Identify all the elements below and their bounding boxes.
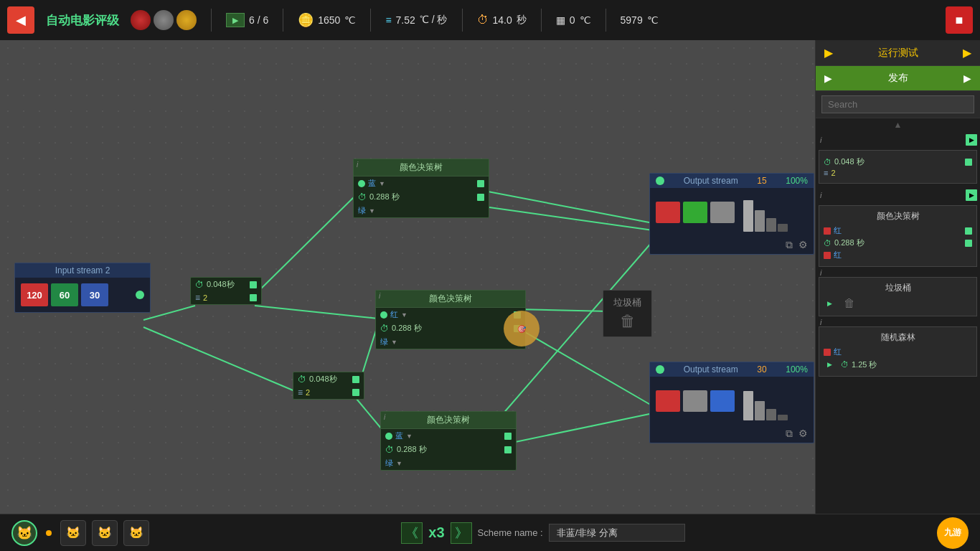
queue1-count-row: ≡ 2 (191, 291, 261, 304)
output-stream-2[interactable]: Output stream 30 100% ⧉ ⚙ (649, 362, 814, 443)
color-tree-1[interactable]: i 颜色决策树 蓝 ▼ ⏱ 0.288 秒 绿 ▼ (353, 159, 489, 218)
exit-button[interactable]: ■ (946, 6, 973, 34)
color-tree3-info: i (384, 413, 385, 421)
rp-queue-count: ≡ 2 (824, 169, 972, 177)
canvas-area[interactable]: Input stream 2 120 60 30 ⏱ 0.048秒 ≡ 2 (0, 40, 815, 514)
color-tree-2[interactable]: i 颜色决策树 红 ▼ ⏱ 0.288 秒 绿 ▼ 🎯 (375, 290, 526, 349)
rp-color-tree-port1[interactable] (965, 227, 972, 235)
topbar: ◀ 自动电影评级 ▶ 6 / 6 🪙 1650 ℃ ≡ 7.52 ℃ / 秒 ⏱… (0, 0, 980, 40)
run-play-icon-right: ▶ (963, 46, 971, 60)
tree1-in-port[interactable] (358, 180, 365, 187)
scheme-prev-button[interactable]: 《 (401, 522, 423, 544)
rp-queue-port[interactable] (965, 159, 972, 166)
search-container (816, 91, 980, 118)
timer-unit: 秒 (517, 14, 527, 27)
rp-trash-title: 垃圾桶 (824, 282, 972, 294)
trash-node[interactable]: 垃圾桶 🗑 (603, 290, 652, 337)
output1-in-port[interactable] (656, 176, 664, 185)
svg-line-0 (143, 306, 195, 320)
color-tree-3[interactable]: i 颜色决策树 蓝 ▼ ⏱ 0.288 秒 绿 ▼ (380, 411, 517, 471)
coin-unit: ℃ (344, 14, 356, 26)
tree3-out-port1[interactable] (504, 433, 512, 440)
scheme-next-button[interactable]: 》 (451, 522, 472, 544)
rp-play-1[interactable]: ▶ (966, 134, 977, 146)
scroll-up-button[interactable]: ▲ (816, 118, 980, 131)
output2-color-red (656, 390, 680, 412)
panel-scroll-area[interactable]: i ▶ ⏱ 0.048 秒 ≡ 2 i ▶ 颜色决策树 (816, 131, 980, 514)
color-tree2-top-row: 红 ▼ (376, 308, 525, 321)
rp-forest-time: 1.25 秒 (852, 359, 877, 370)
rate-icon: ≡ (385, 14, 391, 26)
rp-color-dot-red2 (824, 252, 831, 259)
char-main[interactable]: 🐱 (11, 520, 37, 546)
back-button[interactable]: ◀ (7, 6, 34, 34)
medal-red (131, 10, 151, 30)
trash-title: 垃圾桶 (613, 296, 641, 309)
rp-color-label1: 红 (834, 225, 842, 236)
queue2-out-port2[interactable] (352, 389, 359, 396)
rp-trash-play[interactable]: ▶ (824, 298, 835, 309)
rp-color-tree-port2[interactable] (965, 240, 972, 247)
rp-forest-play[interactable]: ▶ (824, 359, 835, 370)
watermark-text: 九游 (944, 527, 961, 539)
tree3-in-port[interactable] (385, 433, 392, 440)
queue-node-1[interactable]: ⏱ 0.048秒 ≡ 2 (190, 277, 262, 305)
queue-node-2[interactable]: ⏱ 0.048秒 ≡ 2 (293, 372, 364, 400)
score-unit: ℃ (647, 14, 659, 26)
rp-info-icon-4: i (820, 318, 821, 326)
trash-icon: 🗑 (613, 312, 641, 331)
tree2-in-port[interactable] (380, 311, 387, 319)
chevron-down-6: ▼ (396, 460, 402, 467)
tree1-out-port2[interactable] (477, 194, 484, 201)
nav-char-2[interactable]: 🐱 (92, 520, 118, 546)
run-test-button[interactable]: ▶ 运行测试 ▶ (816, 40, 980, 66)
separator5 (541, 9, 542, 32)
medal-gold (176, 10, 197, 30)
tree1-out-port1[interactable] (477, 180, 484, 187)
slot-icon: ▶ (226, 13, 245, 27)
output2-count: 30 (757, 364, 766, 375)
rp-node-queue[interactable]: ⏱ 0.048 秒 ≡ 2 (819, 150, 977, 184)
rp-forest-title: 随机森林 (824, 331, 972, 344)
output2-in-port[interactable] (656, 365, 664, 374)
nav-char-1[interactable]: 🐱 (60, 520, 86, 546)
nav-char-3[interactable]: 🐱 (123, 520, 149, 546)
output-stream-1[interactable]: Output stream 15 100% ⧉ ⚙ (649, 173, 814, 255)
rp-forest-row1: 红 (824, 347, 972, 357)
color-tree2-title: 颜色决策树 (376, 291, 525, 308)
output2-header: Output stream 30 100% (650, 362, 814, 377)
rp-info-icon-3: i (820, 268, 821, 277)
chevron-down-1: ▼ (379, 180, 385, 187)
rp-play-2[interactable]: ▶ (966, 189, 977, 201)
queue1-out-port2[interactable] (250, 294, 257, 301)
color-tree2-mid-row: ⏱ 0.288 秒 (376, 321, 525, 335)
rp-node-trash[interactable]: 垃圾桶 ▶ 🗑 (819, 277, 977, 316)
queue2-count-row: ≡ 2 (293, 386, 364, 399)
queue1-out-port[interactable] (250, 281, 257, 288)
color-tree3-top-row: 蓝 ▼ (381, 429, 516, 443)
tree3-out-port2[interactable] (504, 446, 512, 453)
separator2 (283, 9, 283, 32)
output2-color-gray (683, 390, 707, 412)
input-stream-colors: 120 60 30 (15, 278, 150, 312)
color-tree3-title: 颜色决策树 (381, 412, 516, 429)
coin-icon: 🪙 (298, 12, 314, 28)
grid-stat: ▦ 0 ℃ (556, 14, 591, 26)
input-stream-node[interactable]: Input stream 2 120 60 30 (14, 263, 151, 313)
scheme-name-input[interactable] (549, 524, 685, 542)
timer-value: 14.0 (493, 14, 512, 26)
coin-stat: 🪙 1650 ℃ (298, 12, 356, 28)
output1-header: Output stream 15 100% (650, 174, 814, 188)
input-color-blue: 30 (81, 283, 108, 306)
publish-label: 发布 (888, 72, 908, 85)
color-tree1-mid-row: ⏱ 0.288 秒 (354, 190, 489, 204)
search-input[interactable] (821, 95, 974, 113)
rp-node-random-forest[interactable]: 随机森林 红 ▶ ⏱ 1.25 秒 (819, 326, 977, 377)
queue2-out-port[interactable] (352, 376, 359, 383)
publish-button[interactable]: ▶ 发布 ▶ (816, 66, 980, 91)
rp-color-label2: 红 (834, 250, 842, 260)
input-port-right[interactable] (136, 291, 144, 299)
input-stream-title: Input stream 2 (15, 263, 150, 278)
input-color-red: 120 (21, 283, 48, 306)
rp-node-color-tree[interactable]: 颜色决策树 红 ⏱ 0.288 秒 红 (819, 205, 977, 267)
